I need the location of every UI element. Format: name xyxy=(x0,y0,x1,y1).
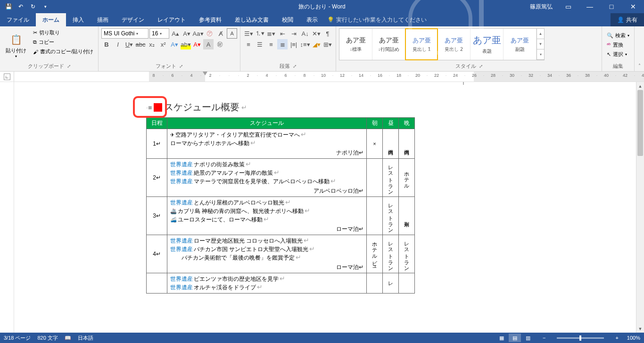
underline-icon[interactable]: U▾ xyxy=(124,39,134,49)
change-case-icon[interactable]: Aa▾ xyxy=(193,28,203,39)
distribute-icon[interactable]: |≡| xyxy=(289,39,299,49)
multilevel-icon[interactable]: ≣▾ xyxy=(266,28,276,39)
user-name[interactable]: 篠原篤弘 xyxy=(525,3,557,11)
gallery-down-icon[interactable]: ▼ xyxy=(537,39,544,49)
superscript-icon[interactable]: x² xyxy=(158,39,168,49)
table-row[interactable]: 1↵✈ 空路アリタリア・イタリア航空直行便でローマへ↵ローマからナポリホテルへ移… xyxy=(147,129,415,159)
align-right-icon[interactable]: ≡ xyxy=(266,39,276,49)
tab-home[interactable]: ホーム xyxy=(36,13,66,26)
inc-indent-icon[interactable]: ⇥ xyxy=(289,28,299,39)
maximize-icon[interactable]: □ xyxy=(601,0,622,13)
tab-design[interactable]: デザイン xyxy=(115,13,151,26)
font-launcher-icon[interactable]: ⤢ xyxy=(179,64,183,69)
numbering-icon[interactable]: ⒈▾ xyxy=(255,28,265,39)
tab-insert[interactable]: 挿入 xyxy=(66,13,91,26)
zoom-out-icon[interactable]: − xyxy=(541,335,547,341)
print-layout-icon[interactable]: ▤ xyxy=(509,334,521,342)
clear-format-icon[interactable]: A̸ xyxy=(215,28,226,39)
sort-icon[interactable]: A↓ xyxy=(300,28,310,39)
scroll-down-icon[interactable]: ▼ xyxy=(636,325,644,333)
ribbon-display-icon[interactable]: ▭ xyxy=(557,0,579,13)
bold-icon[interactable]: B xyxy=(101,39,112,49)
section-heading[interactable]: ·■ スケジュール概要 ↵ xyxy=(146,101,467,114)
web-layout-icon[interactable]: ▥ xyxy=(522,334,534,342)
tab-mailings[interactable]: 差し込み文書 xyxy=(228,13,275,26)
collapse-ribbon-icon[interactable]: ˄ xyxy=(635,26,644,71)
style-item-0[interactable]: あア亜↓標準 xyxy=(339,29,372,60)
enclose-char-icon[interactable]: ㊖ xyxy=(215,39,225,49)
gallery-more-icon[interactable]: ▾ xyxy=(537,49,544,60)
shrink-font-icon[interactable]: A▾ xyxy=(182,28,192,39)
style-item-2[interactable]: あア亜見出し 1 xyxy=(405,28,438,60)
clipboard-launcher-icon[interactable]: ⤢ xyxy=(67,64,71,69)
zoom-level[interactable]: 100% xyxy=(627,335,640,341)
scroll-up-icon[interactable]: ▲ xyxy=(636,82,644,90)
font-name-combo[interactable]: MS UI Gothi▾ xyxy=(101,28,149,39)
close-icon[interactable]: ✕ xyxy=(622,0,644,13)
scroll-track[interactable] xyxy=(636,90,644,325)
font-size-combo[interactable]: 16▾ xyxy=(149,28,169,39)
page-indicator[interactable]: 3/18 ページ xyxy=(4,335,31,342)
zoom-in-icon[interactable]: + xyxy=(613,335,620,341)
redo-icon[interactable]: ↻ xyxy=(27,1,39,12)
tab-review[interactable]: 校閲 xyxy=(275,13,300,26)
language-indicator[interactable]: 日本語 xyxy=(78,335,93,342)
horizontal-ruler[interactable]: 8·6·4·2···2·4·6·8·10·12·14·16·18·20·22·2… xyxy=(14,72,644,82)
paragraph-launcher-icon[interactable]: ⤢ xyxy=(293,64,297,69)
qat-customize-icon[interactable]: ▾ xyxy=(40,1,51,12)
tab-view[interactable]: 表示 xyxy=(300,13,324,26)
show-marks-icon[interactable]: ¶ xyxy=(322,28,333,39)
select-button[interactable]: ↖選択▾ xyxy=(605,50,631,59)
highlight-icon[interactable]: ab▾ xyxy=(181,39,191,49)
text-effects-icon[interactable]: A▾ xyxy=(169,39,180,49)
share-button[interactable]: 👤 共有 xyxy=(611,13,644,26)
document-scroll[interactable]: ·■ スケジュール概要 ↵ 日程 スケジュール 朝 昼 晩 1↵✈ 空路アリタリ… xyxy=(14,82,644,333)
style-item-3[interactable]: あア亜見出し 2 xyxy=(438,29,471,60)
word-count[interactable]: 820 文字 xyxy=(37,335,58,342)
table-row[interactable]: 4↵世界遺産 ローマ歴史地区観光 コロッセロへ入場観光↵世界遺産 バチカン市国 … xyxy=(147,235,415,273)
tab-draw[interactable]: 描画 xyxy=(91,13,115,26)
styles-gallery[interactable]: あア亜↓標準あア亜↓行間詰めあア亜見出し 1あア亜見出し 2あア亜表題あア亜副題… xyxy=(339,28,545,60)
replace-button[interactable]: ᵃᵇ置換 xyxy=(605,41,631,49)
borders-icon[interactable]: ⊞▾ xyxy=(322,39,333,49)
char-border-icon[interactable]: A xyxy=(227,28,237,39)
table-row[interactable]: 3↵世界遺産 とんがり屋根のアルベロベッロ観光↵🚢 カプリ島 神秘の青の洞窟へ、… xyxy=(147,197,415,235)
style-item-4[interactable]: あア亜表題 xyxy=(471,29,504,60)
style-item-1[interactable]: あア亜↓行間詰め xyxy=(372,29,405,60)
copy-button[interactable]: ⧉コピー xyxy=(31,38,95,47)
zoom-handle[interactable] xyxy=(579,335,581,341)
table-row[interactable]: 2↵世界遺産 ナポリの街並み散策↵世界遺産 絶景のアマルフィー海岸の散策↵世界遺… xyxy=(147,159,415,197)
char-shading-icon[interactable]: A xyxy=(203,39,214,49)
asian-layout-icon[interactable]: ✕▾ xyxy=(311,28,322,39)
save-icon[interactable]: 💾 xyxy=(3,1,14,12)
table-row[interactable]: 世界遺産 ピエンツァ市街の歴史地区を見学↵世界遺産 オルチャ渓谷をドライブ↵レ xyxy=(147,273,415,294)
minimize-icon[interactable]: — xyxy=(579,0,601,13)
line-spacing-icon[interactable]: ↕≡▾ xyxy=(300,39,310,49)
vertical-ruler[interactable] xyxy=(0,82,14,333)
italic-icon[interactable]: I xyxy=(113,39,123,49)
paste-button[interactable]: 📋 貼り付け ▾ xyxy=(3,28,29,62)
styles-launcher-icon[interactable]: ⤢ xyxy=(479,64,483,69)
schedule-table[interactable]: 日程 スケジュール 朝 昼 晩 1↵✈ 空路アリタリア・イタリア航空直行便でロー… xyxy=(146,117,415,294)
cut-button[interactable]: ✂切り取り xyxy=(31,28,95,37)
tell-me-search[interactable]: 💡 実行したい作業を入力してください xyxy=(324,13,427,26)
tab-file[interactable]: ファイル xyxy=(0,13,36,26)
align-left-icon[interactable]: ≡ xyxy=(243,39,254,49)
find-button[interactable]: 🔍検索▾ xyxy=(605,31,631,40)
undo-icon[interactable]: ↶ xyxy=(15,1,26,12)
style-item-5[interactable]: あア亜副題 xyxy=(504,29,537,60)
tab-layout[interactable]: レイアウト xyxy=(151,13,192,26)
vertical-scrollbar[interactable]: ▲ ▼ xyxy=(636,82,644,333)
gallery-up-icon[interactable]: ▲ xyxy=(537,29,544,39)
dec-indent-icon[interactable]: ⇤ xyxy=(277,28,288,39)
shading-icon[interactable]: ◢▾ xyxy=(311,39,322,49)
strike-icon[interactable]: abc xyxy=(135,39,146,49)
phonetic-guide-icon[interactable]: ㋐ xyxy=(204,28,215,39)
scroll-thumb[interactable] xyxy=(637,90,643,156)
justify-icon[interactable]: ≣ xyxy=(277,39,288,49)
tab-references[interactable]: 参考資料 xyxy=(192,13,228,26)
zoom-slider[interactable] xyxy=(557,337,604,339)
spellcheck-icon[interactable]: 📖 xyxy=(65,335,71,341)
align-center-icon[interactable]: ☰ xyxy=(255,39,265,49)
read-mode-icon[interactable]: ▦ xyxy=(495,334,508,342)
